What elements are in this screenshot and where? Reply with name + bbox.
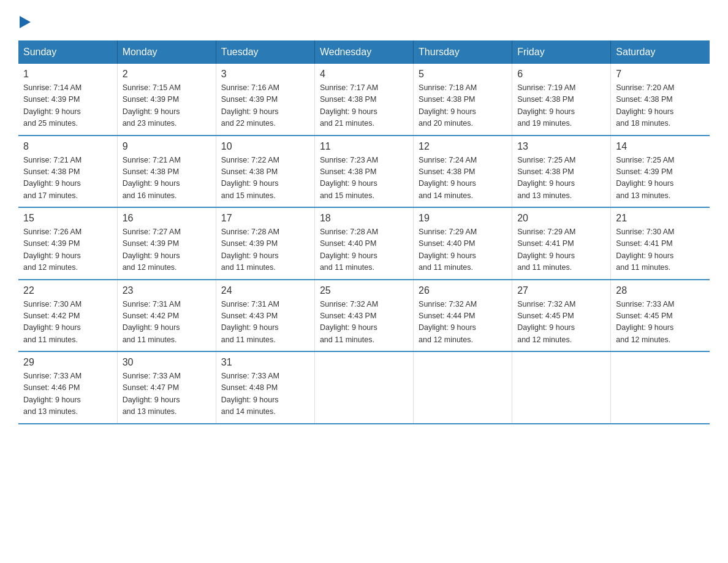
day-info: Sunrise: 7:24 AMSunset: 4:38 PMDaylight:…: [419, 155, 507, 202]
day-number: 16: [123, 213, 211, 224]
calendar-body: 1Sunrise: 7:14 AMSunset: 4:39 PMDaylight…: [18, 64, 710, 424]
day-number: 18: [320, 213, 408, 224]
day-number: 9: [123, 141, 211, 152]
calendar-week-row: 1Sunrise: 7:14 AMSunset: 4:39 PMDaylight…: [18, 64, 710, 136]
day-number: 11: [320, 141, 408, 152]
calendar-day-cell: [314, 351, 413, 424]
calendar-day-cell: 22Sunrise: 7:30 AMSunset: 4:42 PMDayligh…: [18, 280, 117, 352]
day-number: 20: [517, 213, 605, 224]
day-number: 28: [616, 285, 705, 296]
calendar-day-cell: [414, 351, 512, 424]
day-info: Sunrise: 7:15 AMSunset: 4:39 PMDaylight:…: [123, 82, 211, 130]
day-number: 26: [419, 285, 507, 296]
day-number: 30: [123, 357, 211, 368]
calendar-day-cell: 31Sunrise: 7:33 AMSunset: 4:48 PMDayligh…: [216, 351, 314, 424]
day-number: 13: [517, 141, 605, 152]
day-number: 1: [23, 69, 112, 80]
header-sunday: Sunday: [18, 40, 117, 64]
calendar-day-cell: 10Sunrise: 7:22 AMSunset: 4:38 PMDayligh…: [216, 136, 314, 208]
logo: [18, 12, 31, 28]
day-info: Sunrise: 7:31 AMSunset: 4:42 PMDaylight:…: [123, 299, 211, 347]
day-number: 21: [616, 213, 705, 224]
day-info: Sunrise: 7:29 AMSunset: 4:40 PMDaylight:…: [419, 226, 507, 274]
calendar-day-cell: 5Sunrise: 7:18 AMSunset: 4:38 PMDaylight…: [414, 64, 512, 136]
calendar-day-cell: 20Sunrise: 7:29 AMSunset: 4:41 PMDayligh…: [512, 207, 611, 280]
day-info: Sunrise: 7:18 AMSunset: 4:38 PMDaylight:…: [419, 82, 507, 130]
calendar-day-cell: 13Sunrise: 7:25 AMSunset: 4:38 PMDayligh…: [512, 136, 611, 208]
calendar-header: Sunday Monday Tuesday Wednesday Thursday…: [18, 40, 710, 64]
calendar-day-cell: 27Sunrise: 7:32 AMSunset: 4:45 PMDayligh…: [512, 280, 611, 352]
day-number: 3: [221, 69, 309, 80]
day-info: Sunrise: 7:26 AMSunset: 4:39 PMDaylight:…: [23, 226, 112, 274]
day-number: 25: [320, 285, 408, 296]
day-info: Sunrise: 7:30 AMSunset: 4:42 PMDaylight:…: [23, 299, 112, 347]
day-info: Sunrise: 7:33 AMSunset: 4:45 PMDaylight:…: [616, 299, 705, 347]
calendar-day-cell: 16Sunrise: 7:27 AMSunset: 4:39 PMDayligh…: [117, 207, 216, 280]
calendar-day-cell: 6Sunrise: 7:19 AMSunset: 4:38 PMDaylight…: [512, 64, 611, 136]
day-number: 12: [419, 141, 507, 152]
calendar-day-cell: 29Sunrise: 7:33 AMSunset: 4:46 PMDayligh…: [18, 351, 117, 424]
calendar-day-cell: 26Sunrise: 7:32 AMSunset: 4:44 PMDayligh…: [414, 280, 512, 352]
calendar-day-cell: 1Sunrise: 7:14 AMSunset: 4:39 PMDaylight…: [18, 64, 117, 136]
header-row: Sunday Monday Tuesday Wednesday Thursday…: [18, 40, 710, 64]
logo-triangle-icon: [20, 16, 31, 28]
day-info: Sunrise: 7:22 AMSunset: 4:38 PMDaylight:…: [221, 155, 309, 202]
day-info: Sunrise: 7:33 AMSunset: 4:46 PMDaylight:…: [23, 370, 112, 418]
day-number: 4: [320, 69, 408, 80]
calendar-day-cell: [611, 351, 710, 424]
day-number: 2: [123, 69, 211, 80]
day-number: 31: [221, 357, 309, 368]
day-info: Sunrise: 7:25 AMSunset: 4:38 PMDaylight:…: [517, 155, 605, 202]
day-number: 5: [419, 69, 507, 80]
calendar-day-cell: 12Sunrise: 7:24 AMSunset: 4:38 PMDayligh…: [414, 136, 512, 208]
header-wednesday: Wednesday: [314, 40, 413, 64]
header-friday: Friday: [512, 40, 611, 64]
calendar-week-row: 29Sunrise: 7:33 AMSunset: 4:46 PMDayligh…: [18, 351, 710, 424]
day-info: Sunrise: 7:32 AMSunset: 4:44 PMDaylight:…: [419, 299, 507, 347]
day-info: Sunrise: 7:29 AMSunset: 4:41 PMDaylight:…: [517, 226, 605, 274]
calendar-day-cell: 14Sunrise: 7:25 AMSunset: 4:39 PMDayligh…: [611, 136, 710, 208]
calendar-table: Sunday Monday Tuesday Wednesday Thursday…: [18, 40, 710, 424]
calendar-day-cell: 23Sunrise: 7:31 AMSunset: 4:42 PMDayligh…: [117, 280, 216, 352]
day-info: Sunrise: 7:33 AMSunset: 4:47 PMDaylight:…: [123, 370, 211, 418]
day-info: Sunrise: 7:30 AMSunset: 4:41 PMDaylight:…: [616, 226, 705, 274]
header-thursday: Thursday: [414, 40, 512, 64]
calendar-day-cell: 15Sunrise: 7:26 AMSunset: 4:39 PMDayligh…: [18, 207, 117, 280]
day-number: 19: [419, 213, 507, 224]
day-info: Sunrise: 7:32 AMSunset: 4:43 PMDaylight:…: [320, 299, 408, 347]
day-number: 15: [23, 213, 112, 224]
header-monday: Monday: [117, 40, 216, 64]
day-number: 14: [616, 141, 705, 152]
day-info: Sunrise: 7:17 AMSunset: 4:38 PMDaylight:…: [320, 82, 408, 130]
day-info: Sunrise: 7:32 AMSunset: 4:45 PMDaylight:…: [517, 299, 605, 347]
header-tuesday: Tuesday: [216, 40, 314, 64]
header-saturday: Saturday: [611, 40, 710, 64]
day-number: 22: [23, 285, 112, 296]
calendar-day-cell: 21Sunrise: 7:30 AMSunset: 4:41 PMDayligh…: [611, 207, 710, 280]
day-info: Sunrise: 7:21 AMSunset: 4:38 PMDaylight:…: [23, 155, 112, 202]
calendar-week-row: 22Sunrise: 7:30 AMSunset: 4:42 PMDayligh…: [18, 280, 710, 352]
calendar-day-cell: 4Sunrise: 7:17 AMSunset: 4:38 PMDaylight…: [314, 64, 413, 136]
day-info: Sunrise: 7:27 AMSunset: 4:39 PMDaylight:…: [123, 226, 211, 274]
calendar-week-row: 15Sunrise: 7:26 AMSunset: 4:39 PMDayligh…: [18, 207, 710, 280]
calendar-day-cell: 25Sunrise: 7:32 AMSunset: 4:43 PMDayligh…: [314, 280, 413, 352]
calendar-week-row: 8Sunrise: 7:21 AMSunset: 4:38 PMDaylight…: [18, 136, 710, 208]
day-number: 27: [517, 285, 605, 296]
calendar-day-cell: 7Sunrise: 7:20 AMSunset: 4:38 PMDaylight…: [611, 64, 710, 136]
day-number: 23: [123, 285, 211, 296]
calendar-day-cell: 2Sunrise: 7:15 AMSunset: 4:39 PMDaylight…: [117, 64, 216, 136]
day-number: 24: [221, 285, 309, 296]
calendar-day-cell: 17Sunrise: 7:28 AMSunset: 4:39 PMDayligh…: [216, 207, 314, 280]
day-number: 17: [221, 213, 309, 224]
day-info: Sunrise: 7:33 AMSunset: 4:48 PMDaylight:…: [221, 370, 309, 418]
day-info: Sunrise: 7:14 AMSunset: 4:39 PMDaylight:…: [23, 82, 112, 130]
page-header: [18, 12, 710, 28]
day-info: Sunrise: 7:20 AMSunset: 4:38 PMDaylight:…: [616, 82, 705, 130]
calendar-day-cell: 9Sunrise: 7:21 AMSunset: 4:38 PMDaylight…: [117, 136, 216, 208]
day-number: 29: [23, 357, 112, 368]
calendar-day-cell: 30Sunrise: 7:33 AMSunset: 4:47 PMDayligh…: [117, 351, 216, 424]
calendar-day-cell: 11Sunrise: 7:23 AMSunset: 4:38 PMDayligh…: [314, 136, 413, 208]
day-number: 10: [221, 141, 309, 152]
day-info: Sunrise: 7:23 AMSunset: 4:38 PMDaylight:…: [320, 155, 408, 202]
day-info: Sunrise: 7:16 AMSunset: 4:39 PMDaylight:…: [221, 82, 309, 130]
